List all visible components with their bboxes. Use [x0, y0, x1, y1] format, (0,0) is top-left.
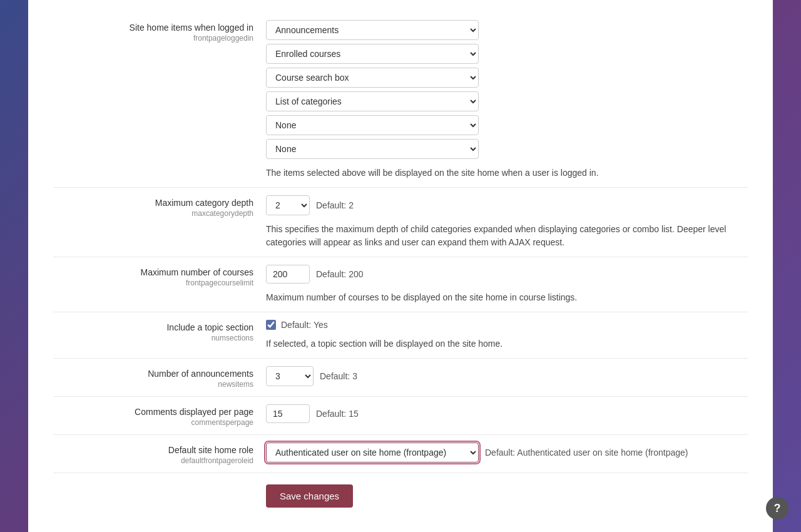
dropdown-row-3: None Announcements Enrolled courses Cour…	[266, 68, 748, 88]
save-row: Save changes	[53, 473, 748, 515]
default-site-home-role-sublabel: defaultfrontpageroleid	[53, 456, 253, 465]
include-topic-label-col: Include a topic section numsections	[53, 320, 266, 342]
dropdown-row-2: None Announcements Enrolled courses Cour…	[266, 44, 748, 64]
include-topic-label: Include a topic section	[53, 322, 253, 332]
num-announcements-input-row: 0 1 2 3 4 5 10 Default: 3	[266, 366, 748, 386]
num-announcements-controls: 0 1 2 3 4 5 10 Default: 3	[266, 366, 748, 386]
max-category-depth-sublabel: maxcategorydepth	[53, 209, 253, 218]
comments-per-page-input[interactable]	[266, 404, 310, 423]
default-site-home-role-select-row: Authenticated user on site home (frontpa…	[266, 442, 748, 463]
max-courses-label: Maximum number of courses	[53, 267, 253, 277]
help-button[interactable]: ?	[766, 497, 788, 519]
comments-per-page-label: Comments displayed per page	[53, 407, 253, 417]
max-courses-input[interactable]	[266, 265, 310, 284]
max-category-depth-row: Maximum category depth maxcategorydepth …	[53, 188, 748, 257]
include-topic-checkbox[interactable]	[266, 320, 276, 330]
num-announcements-label-col: Number of announcements newsitems	[53, 366, 266, 389]
default-site-home-role-row: Default site home role defaultfrontpager…	[53, 435, 748, 473]
site-home-items-label-col: Site home items when logged in frontpage…	[53, 20, 266, 43]
default-site-home-role-controls: Authenticated user on site home (frontpa…	[266, 442, 748, 463]
site-home-dropdown-5[interactable]: None Announcements Enrolled courses Cour…	[266, 115, 479, 135]
default-site-home-role-default: Default: Authenticated user on site home…	[485, 448, 688, 458]
num-announcements-sublabel: newsitems	[53, 380, 253, 389]
max-courses-sublabel: frontpagecourselimit	[53, 279, 253, 287]
site-home-dropdown-4[interactable]: None Announcements Enrolled courses Cour…	[266, 91, 479, 111]
site-home-items-controls: None Announcements Enrolled courses Cour…	[266, 20, 748, 180]
site-home-items-description: The items selected above will be display…	[266, 166, 748, 180]
comments-per-page-sublabel: commentsperpage	[53, 418, 253, 427]
include-topic-checkbox-row: Default: Yes	[266, 320, 748, 330]
include-topic-controls: Default: Yes If selected, a topic sectio…	[266, 320, 748, 350]
save-button-row: Save changes	[266, 484, 748, 508]
comments-per-page-row: Comments displayed per page commentsperp…	[53, 397, 748, 435]
site-home-dropdown-3[interactable]: None Announcements Enrolled courses Cour…	[266, 68, 479, 88]
include-topic-row: Include a topic section numsections Defa…	[53, 312, 748, 359]
num-announcements-select[interactable]: 0 1 2 3 4 5 10	[266, 366, 314, 386]
site-home-dropdown-1[interactable]: None Announcements Enrolled courses Cour…	[266, 20, 479, 40]
max-courses-label-col: Maximum number of courses frontpagecours…	[53, 265, 266, 287]
save-controls: Save changes	[266, 484, 748, 508]
default-site-home-role-label-col: Default site home role defaultfrontpager…	[53, 442, 266, 465]
max-courses-row: Maximum number of courses frontpagecours…	[53, 257, 748, 312]
num-announcements-label: Number of announcements	[53, 369, 253, 379]
dropdown-row-1: None Announcements Enrolled courses Cour…	[266, 20, 748, 40]
max-category-depth-label: Maximum category depth	[53, 198, 253, 208]
max-courses-description: Maximum number of courses to be displaye…	[266, 291, 748, 304]
num-announcements-default: Default: 3	[320, 371, 357, 381]
default-site-home-role-select[interactable]: Authenticated user on site home (frontpa…	[266, 442, 479, 463]
comments-per-page-controls: Default: 15	[266, 404, 748, 423]
settings-page: Site home items when logged in frontpage…	[28, 0, 773, 532]
num-announcements-row: Number of announcements newsitems 0 1 2 …	[53, 359, 748, 397]
include-topic-sublabel: numsections	[53, 334, 253, 342]
save-label-col	[53, 484, 266, 487]
max-category-depth-select[interactable]: 0 1 2 3 4 5	[266, 195, 310, 215]
save-button[interactable]: Save changes	[266, 484, 353, 508]
site-home-items-row: Site home items when logged in frontpage…	[53, 13, 748, 188]
dropdown-row-6: None Announcements Enrolled courses Cour…	[266, 139, 748, 159]
include-topic-description: If selected, a topic section will be dis…	[266, 337, 748, 350]
site-home-dropdown-6[interactable]: None Announcements Enrolled courses Cour…	[266, 139, 479, 159]
max-category-depth-input-row: 0 1 2 3 4 5 Default: 2	[266, 195, 748, 215]
include-topic-default: Default: Yes	[281, 320, 328, 330]
max-courses-input-row: Default: 200	[266, 265, 748, 284]
site-home-items-label: Site home items when logged in	[53, 23, 253, 33]
default-site-home-role-label: Default site home role	[53, 445, 253, 455]
max-category-depth-description: This specifies the maximum depth of chil…	[266, 223, 748, 249]
site-home-items-sublabel: frontpageloggedin	[53, 34, 253, 43]
comments-per-page-input-row: Default: 15	[266, 404, 748, 423]
comments-per-page-label-col: Comments displayed per page commentsperp…	[53, 404, 266, 427]
comments-per-page-default: Default: 15	[316, 409, 359, 419]
site-home-dropdown-2[interactable]: None Announcements Enrolled courses Cour…	[266, 44, 479, 64]
dropdown-row-5: None Announcements Enrolled courses Cour…	[266, 115, 748, 135]
max-category-depth-label-col: Maximum category depth maxcategorydepth	[53, 195, 266, 218]
max-category-depth-default: Default: 2	[316, 200, 354, 210]
max-courses-controls: Default: 200 Maximum number of courses t…	[266, 265, 748, 304]
dropdown-row-4: None Announcements Enrolled courses Cour…	[266, 91, 748, 111]
max-category-depth-controls: 0 1 2 3 4 5 Default: 2 This specifies th…	[266, 195, 748, 249]
max-courses-default: Default: 200	[316, 269, 364, 279]
